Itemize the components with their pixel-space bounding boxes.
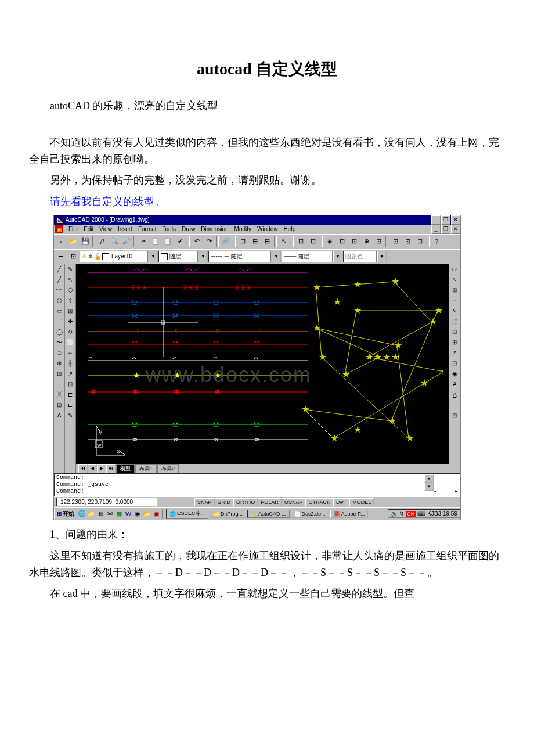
polygon-icon[interactable]: ⬠: [54, 296, 64, 306]
tab-model[interactable]: 模型: [116, 464, 135, 473]
toggle-ortho[interactable]: ORTHO: [233, 498, 258, 506]
tray-kb-icon[interactable]: ⌨: [417, 510, 425, 517]
dbconn-icon[interactable]: ⊡: [348, 236, 360, 247]
tb-misc2-icon[interactable]: ⊡: [402, 236, 413, 247]
move-icon[interactable]: ✥: [65, 316, 75, 327]
task-btn-4[interactable]: 📕Adobe P...: [330, 510, 369, 518]
dist-icon[interactable]: ⊟: [261, 236, 273, 247]
rectangle-icon[interactable]: ▭: [54, 306, 64, 316]
lw-drop-arrow-icon[interactable]: ▼: [333, 251, 342, 262]
undo-icon[interactable]: ↶: [191, 236, 203, 247]
dim-leader-icon[interactable]: ⊡: [449, 358, 460, 369]
new-icon[interactable]: ▫: [55, 236, 67, 247]
plotstyle-drop-arrow-icon[interactable]: ▼: [377, 251, 387, 262]
text-icon[interactable]: A: [54, 411, 64, 421]
task-btn-0[interactable]: 🌐CSCEC中...: [166, 509, 208, 519]
color-drop-arrow-icon[interactable]: ▼: [199, 251, 208, 262]
open-icon[interactable]: 📂: [67, 236, 79, 247]
arc-icon[interactable]: ⌒: [54, 316, 64, 327]
dim-ord-icon[interactable]: ⊞: [449, 285, 460, 296]
tab-layout1[interactable]: 布局1: [135, 464, 157, 473]
zoom-prev-icon[interactable]: ⊡: [373, 236, 384, 247]
match-icon[interactable]: ✔: [174, 236, 186, 247]
zoom-rt-icon[interactable]: ⊡: [307, 236, 319, 247]
menu-tools[interactable]: Tools: [160, 226, 179, 232]
xline-icon[interactable]: ╱: [54, 275, 64, 285]
help-icon[interactable]: ?: [431, 236, 442, 247]
break-icon[interactable]: ⊡: [65, 379, 75, 390]
toggle-otrack[interactable]: OTRACK: [305, 498, 333, 506]
task-btn-1[interactable]: 📁D:\Prog...: [210, 510, 246, 518]
ql-desktop-icon[interactable]: 🖥: [96, 509, 105, 519]
pline-icon[interactable]: 〰: [54, 285, 64, 296]
hyperlink-icon[interactable]: 🔗: [220, 236, 232, 247]
close-button[interactable]: ×: [451, 215, 460, 225]
mdi-close-button[interactable]: ×: [451, 225, 460, 234]
mirror-icon[interactable]: ⬡: [65, 285, 75, 296]
menu-format[interactable]: Format: [135, 226, 160, 232]
rotate-icon[interactable]: ↻: [65, 327, 75, 337]
mdi-maximize-button[interactable]: ❐: [441, 225, 450, 234]
mdi-icon[interactable]: ▣: [55, 225, 63, 233]
print-icon[interactable]: 🖨: [96, 236, 108, 247]
dim-dia-icon[interactable]: ↖: [449, 306, 460, 316]
linetype-dropdown[interactable]: ─·─·─ 随层: [208, 251, 271, 262]
redo-icon[interactable]: ↷: [203, 236, 215, 247]
toggle-osnap[interactable]: OSNAP: [282, 498, 306, 506]
dim-cont-icon[interactable]: ↗: [449, 348, 460, 358]
region-icon[interactable]: ⊡: [54, 400, 64, 411]
task-btn-3[interactable]: 📄Doc2.do...: [291, 510, 329, 518]
circle-icon[interactable]: ◯: [54, 327, 64, 337]
line-icon[interactable]: ╱: [54, 264, 64, 275]
tray-net-icon[interactable]: ↯: [399, 510, 404, 517]
dim-base-icon[interactable]: ⊞: [449, 337, 460, 348]
trim-icon[interactable]: ╫: [65, 358, 75, 369]
layer-mgr-icon[interactable]: ☰: [55, 251, 67, 262]
adcenter-icon[interactable]: ◈: [324, 236, 335, 247]
ql-pdf-icon[interactable]: ▣: [151, 509, 161, 519]
point-icon[interactable]: ·: [54, 379, 64, 390]
toggle-polar[interactable]: POLAR: [258, 498, 282, 506]
stretch-icon[interactable]: ↔: [65, 348, 75, 358]
dim-center-icon[interactable]: A̲: [449, 379, 460, 390]
ql-folder2-icon[interactable]: 📂: [142, 509, 151, 519]
command-line[interactable]: Command: Command: _qsave Command: ▴ ▾ ◂ …: [54, 473, 460, 496]
tab-last-icon[interactable]: ⏭: [106, 464, 116, 473]
tab-prev-icon[interactable]: ◀: [88, 464, 97, 473]
drawing-canvas[interactable]: ♡ ♡ ♡ ♡: [76, 264, 449, 464]
cmd-scroll-thumb[interactable]: [437, 488, 454, 495]
layer-drop-arrow-icon[interactable]: ▼: [149, 251, 158, 262]
linetype-drop-arrow-icon[interactable]: ▼: [272, 251, 281, 262]
layer-dropdown[interactable]: ☀❄🔓 Layer10: [80, 251, 148, 262]
plotstyle-dropdown[interactable]: 随颜色: [343, 251, 377, 262]
explode-icon[interactable]: ✎: [65, 411, 75, 421]
lineweight-dropdown[interactable]: ─── 随层: [282, 251, 333, 262]
array-icon[interactable]: ⊞: [65, 306, 75, 316]
dim-edit-icon[interactable]: A̲: [449, 390, 460, 400]
preview-icon[interactable]: 🔍: [109, 236, 120, 247]
task-btn-2[interactable]: 📐AutoCAD ...: [247, 510, 290, 518]
ucs-icon-btn[interactable]: ⊞: [249, 236, 261, 247]
menu-view[interactable]: View: [96, 226, 115, 232]
copy-obj-icon[interactable]: ↖: [65, 275, 75, 285]
menu-file[interactable]: File: [66, 226, 81, 232]
insert-icon[interactable]: ⊕: [54, 358, 64, 369]
dim-rad-icon[interactable]: ▫: [449, 296, 460, 306]
color-dropdown[interactable]: 随层: [158, 251, 198, 262]
tb-misc1-icon[interactable]: ⊡: [389, 236, 401, 247]
pan-icon[interactable]: ⊡: [295, 236, 306, 247]
dim-linear-icon[interactable]: ↦: [449, 264, 460, 275]
dim-ang-icon[interactable]: ⬚: [449, 316, 460, 327]
tray-vol-icon[interactable]: 🔊: [391, 510, 398, 517]
chamfer-icon[interactable]: ⊏: [65, 390, 75, 400]
extend-icon[interactable]: ↗: [65, 369, 75, 379]
maximize-button[interactable]: ❐: [441, 215, 450, 225]
menu-edit[interactable]: Edit: [81, 226, 96, 232]
ql-excel-icon[interactable]: ▦: [114, 509, 124, 519]
ql-ie-icon[interactable]: 🌐: [77, 509, 86, 519]
tracking-icon[interactable]: ⊡: [237, 236, 248, 247]
menu-draw[interactable]: Draw: [179, 226, 198, 232]
offset-icon[interactable]: ⇪: [65, 296, 75, 306]
menu-help[interactable]: Help: [281, 226, 299, 232]
save-icon[interactable]: 💾: [80, 236, 91, 247]
